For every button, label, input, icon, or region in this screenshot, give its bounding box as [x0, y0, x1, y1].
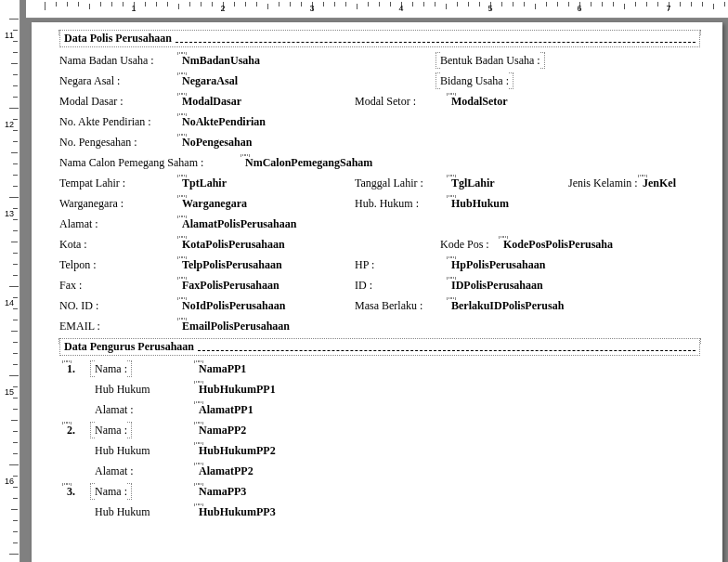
label-no-id: NO. ID :: [59, 295, 98, 316]
label-pengurus-nama: Nama :: [95, 359, 127, 379]
label-modal-setor: Modal Setor :: [355, 91, 416, 111]
label-pengurus-hubhukum: Hub Hukum: [95, 502, 150, 522]
label-masa-berlaku: Masa Berlaku :: [355, 295, 422, 316]
label-pengurus-hubhukum: Hub Hukum: [95, 379, 150, 399]
pengurus-1-hubhukum: Hub Hukum HubHukumPP1: [59, 379, 700, 399]
design-canvas[interactable]: Data Polis Perusahaan Nama Badan Usaha :…: [26, 19, 728, 562]
label-tanggal-lahir: Tanggal Lahir :: [355, 173, 423, 193]
pengurus-2-nama: 2. Nama : NamaPP2: [59, 420, 700, 440]
row-no-id: NO. ID : NoIdPolisPerusahaan Masa Berlak…: [59, 295, 700, 316]
label-nama-calon-pemegang-saham: Nama Calon Pemegang Saham :: [59, 152, 203, 173]
label-kota: Kota :: [59, 234, 87, 255]
label-tempat-lahir: Tempat Lahir :: [59, 173, 125, 193]
label-hp: HP :: [355, 255, 374, 275]
report-page: Data Polis Perusahaan Nama Badan Usaha :…: [32, 22, 722, 562]
label-bentuk-badan-usaha: Bentuk Badan Usaha :: [440, 50, 540, 71]
label-fax: Fax :: [59, 275, 82, 295]
pengurus-2-alamat: Alamat : AlamatPP2: [59, 461, 700, 481]
section-title-pengurus[interactable]: Data Pengurus Perusahaan: [59, 338, 700, 356]
label-email: EMAIL :: [59, 316, 100, 336]
pengurus-1-alamat: Alamat : AlamatPP1: [59, 399, 700, 420]
title-dash-fill: [198, 344, 696, 351]
horizontal-ruler: 1234567: [26, 0, 728, 19]
pengurus-2-hubhukum: Hub Hukum HubHukumPP2: [59, 440, 700, 461]
pengurus-1-nama: 1. Nama : NamaPP1: [59, 359, 700, 379]
row-kota: Kota : KotaPolisPerusahaan Kode Pos : Ko…: [59, 234, 700, 255]
label-pengurus-hubhukum: Hub Hukum: [95, 440, 150, 461]
label-negara-asal: Negara Asal :: [59, 71, 120, 91]
label-kode-pos: Kode Pos :: [440, 234, 489, 255]
label-pengurus-nama: Nama :: [95, 481, 127, 502]
pengurus-3-hubhukum: Hub Hukum HubHukumPP3: [59, 502, 700, 522]
label-pengurus-nama: Nama :: [95, 420, 127, 440]
row-fax: Fax : FaxPolisPerusahaan ID : IDPolisPer…: [59, 275, 700, 295]
section-title-polis[interactable]: Data Polis Perusahaan: [59, 30, 700, 47]
title-dash-fill: [176, 35, 696, 43]
row-nama-calon-pemegang-saham: Nama Calon Pemegang Saham : NmCalonPemeg…: [59, 152, 700, 173]
row-alamat: Alamat : AlamatPolisPerusahaan: [59, 214, 700, 234]
row-nama-badan-usaha: Nama Badan Usaha : NmBadanUsaha Bentuk B…: [59, 50, 700, 71]
pengurus-3-nama: 3. Nama : NamaPP3: [59, 481, 700, 502]
label-pengurus-alamat: Alamat :: [95, 399, 134, 420]
label-pengurus-alamat: Alamat :: [95, 461, 134, 481]
label-alamat: Alamat :: [59, 214, 98, 234]
section-title-pengurus-text: Data Pengurus Perusahaan: [64, 340, 198, 354]
row-no-akte: No. Akte Pendirian : NoAktePendirian: [59, 111, 700, 132]
label-warganegara: Warganegara :: [59, 193, 124, 214]
row-email: EMAIL : EmailPolisPerusahaan: [59, 316, 700, 336]
row-tempat-lahir: Tempat Lahir : TptLahir Tanggal Lahir : …: [59, 173, 700, 193]
label-no-akte-pendirian: No. Akte Pendirian :: [59, 111, 151, 132]
row-no-pengesahan: No. Pengesahan : NoPengesahan: [59, 132, 700, 152]
label-no-pengesahan: No. Pengesahan :: [59, 132, 137, 152]
row-modal-dasar: Modal Dasar : ModalDasar Modal Setor : M…: [59, 91, 700, 111]
row-telpon: Telpon : TelpPolisPerusahaan HP : HpPoli…: [59, 255, 700, 275]
report-designer: 1234567 111213141516 Data Polis Perusaha…: [0, 0, 728, 562]
label-hub-hukum: Hub. Hukum :: [355, 193, 419, 214]
label-telpon: Telpon :: [59, 255, 97, 275]
label-jenis-kelamin: Jenis Kelamin :: [568, 173, 638, 193]
label-nama-badan-usaha: Nama Badan Usaha :: [59, 50, 154, 71]
section-title-polis-text: Data Polis Perusahaan: [64, 32, 176, 46]
label-id: ID :: [355, 275, 372, 295]
row-warganegara: Warganegara : Warganegara Hub. Hukum : H…: [59, 193, 700, 214]
label-modal-dasar: Modal Dasar :: [59, 91, 124, 111]
label-bidang-usaha: Bidang Usaha :: [440, 71, 509, 91]
vertical-ruler: 111213141516: [0, 0, 20, 562]
row-negara-asal: Negara Asal : NegaraAsal Bidang Usaha :: [59, 71, 700, 91]
